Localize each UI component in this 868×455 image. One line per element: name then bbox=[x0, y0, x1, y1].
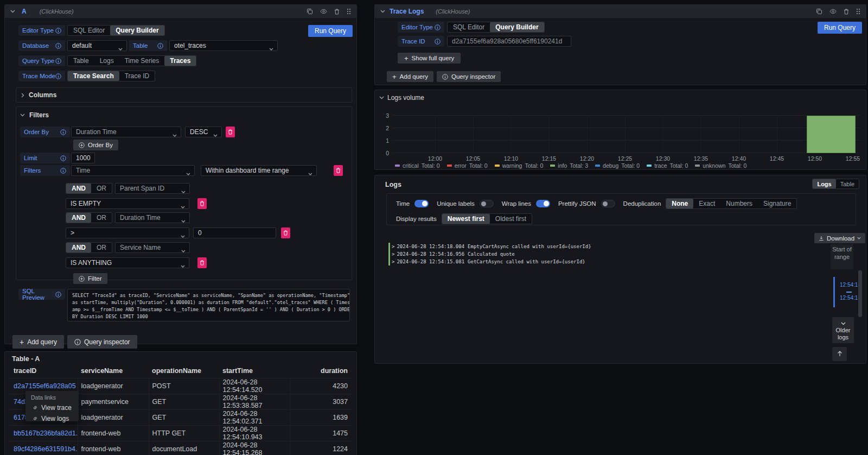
delete-filter-button[interactable] bbox=[334, 165, 343, 176]
log-row[interactable]: >2024-06-28 12:54:18.004EmptyCartAsync c… bbox=[388, 243, 591, 250]
info-icon[interactable] bbox=[60, 129, 66, 135]
delete-condition-button[interactable] bbox=[281, 228, 290, 238]
delete-order-by-button[interactable] bbox=[226, 127, 235, 137]
delete-condition-button[interactable] bbox=[197, 198, 207, 209]
eye-icon[interactable] bbox=[320, 9, 327, 14]
show-full-query-button[interactable]: +Show full query bbox=[398, 53, 461, 64]
table-panel-title[interactable]: Table - A bbox=[5, 352, 356, 363]
limit-input[interactable]: 1000 bbox=[71, 153, 95, 163]
add-order-by-button[interactable]: Order By bbox=[73, 140, 118, 150]
query-inspector-button[interactable]: Query inspector bbox=[67, 335, 137, 349]
add-query-button[interactable]: +Add query bbox=[387, 71, 433, 82]
sql-editor-option[interactable]: SQL Editor bbox=[68, 26, 110, 35]
trace-link[interactable]: d2a7155ef6a928a05 bbox=[14, 382, 76, 390]
query-type-toggle[interactable]: Table Logs Time Series Traces bbox=[67, 55, 196, 66]
info-icon[interactable] bbox=[55, 28, 61, 34]
trash-icon[interactable] bbox=[334, 9, 340, 15]
query-builder-option[interactable]: Query Builder bbox=[110, 26, 164, 35]
deduplication-toggle[interactable]: None Exact Numbers Signature bbox=[666, 198, 797, 209]
legend-label[interactable]: critical bbox=[403, 162, 419, 169]
run-query-button[interactable]: Run Query bbox=[818, 22, 862, 34]
drag-handle-icon[interactable] bbox=[347, 8, 351, 15]
query-type-table[interactable]: Table bbox=[68, 56, 94, 66]
unique-labels-toggle[interactable] bbox=[480, 200, 494, 207]
and-option[interactable]: AND bbox=[66, 213, 91, 223]
query-type-logs[interactable]: Logs bbox=[94, 56, 119, 66]
order-by-direction-select[interactable]: DESC bbox=[185, 127, 222, 137]
database-select[interactable]: default bbox=[67, 40, 127, 51]
query-inspector-button[interactable]: Query inspector bbox=[437, 71, 501, 82]
info-icon[interactable] bbox=[157, 43, 163, 49]
query-type-traces[interactable]: Traces bbox=[164, 56, 196, 66]
dedup-none[interactable]: None bbox=[666, 199, 693, 208]
condition-field-select[interactable]: Service Name bbox=[115, 242, 190, 253]
add-query-button[interactable]: +Add query bbox=[12, 335, 64, 349]
trace-mode-toggle[interactable]: Trace Search Trace ID bbox=[67, 71, 155, 81]
newest-first-option[interactable]: Newest first bbox=[442, 214, 490, 224]
time-toggle[interactable] bbox=[414, 200, 429, 207]
logs-view-option[interactable]: Logs bbox=[813, 179, 835, 188]
legend-label[interactable]: debug bbox=[603, 162, 618, 169]
filter-field-select[interactable]: Time bbox=[71, 165, 195, 176]
trash-icon[interactable] bbox=[844, 9, 849, 15]
editor-type-toggle[interactable]: SQL Editor Query Builder bbox=[447, 22, 545, 33]
dedup-exact[interactable]: Exact bbox=[693, 199, 720, 208]
copy-icon[interactable] bbox=[307, 8, 313, 15]
bool-toggle[interactable]: AND OR bbox=[66, 212, 112, 223]
and-option[interactable]: AND bbox=[66, 184, 91, 193]
scroll-top-button[interactable] bbox=[832, 347, 847, 361]
condition-operator-select[interactable]: IS EMPTY bbox=[66, 198, 189, 209]
expand-chevron[interactable]: > bbox=[392, 251, 394, 257]
run-query-button[interactable]: Run Query bbox=[308, 25, 353, 37]
expand-chevron[interactable]: > bbox=[392, 259, 394, 264]
trace-link[interactable]: bb5167b236bfa82d1... bbox=[14, 429, 78, 437]
legend-label[interactable]: info bbox=[558, 162, 567, 169]
condition-field-select[interactable]: Parent Span ID bbox=[115, 183, 190, 194]
legend-label[interactable]: error bbox=[455, 162, 467, 169]
trace-id-input[interactable]: d2a7155ef6a928a05680e5ff6190241d bbox=[447, 36, 571, 47]
add-filter-button[interactable]: Filter bbox=[73, 273, 107, 284]
scrollbar[interactable] bbox=[858, 270, 862, 317]
legend-label[interactable]: warning bbox=[502, 162, 522, 169]
info-icon[interactable] bbox=[55, 292, 61, 298]
or-option[interactable]: OR bbox=[91, 213, 112, 223]
older-logs-button[interactable]: Older logs bbox=[832, 317, 854, 343]
eye-icon[interactable] bbox=[829, 9, 837, 14]
order-by-field-select[interactable]: Duration Time bbox=[71, 127, 181, 137]
log-row[interactable]: >2024-06-28 12:54:16.956Calculated quote bbox=[388, 250, 591, 258]
log-row[interactable]: >2024-06-28 12:54:15.081GetCartAsync cal… bbox=[388, 258, 591, 266]
query-builder-option[interactable]: Query Builder bbox=[490, 22, 544, 32]
trace-id-option[interactable]: Trace ID bbox=[119, 71, 155, 81]
info-icon[interactable] bbox=[435, 24, 441, 30]
column-header-servicename[interactable]: serviceName bbox=[78, 364, 149, 378]
sql-editor-option[interactable]: SQL Editor bbox=[448, 22, 490, 32]
query-type-timeseries[interactable]: Time Series bbox=[119, 56, 165, 66]
trace-search-option[interactable]: Trace Search bbox=[68, 71, 119, 81]
prettify-json-toggle[interactable] bbox=[601, 200, 615, 207]
download-button[interactable]: Download bbox=[814, 233, 865, 243]
expand-chevron[interactable]: > bbox=[392, 244, 394, 249]
logs-table-toggle[interactable]: Logs Table bbox=[812, 179, 859, 189]
query-row-header[interactable]: Trace Logs (ClickHouse) bbox=[375, 5, 866, 18]
info-icon[interactable] bbox=[55, 73, 61, 79]
legend-label[interactable]: trace bbox=[654, 162, 667, 169]
filters-section-header[interactable]: Filters bbox=[20, 110, 348, 120]
bool-toggle[interactable]: AND OR bbox=[66, 183, 112, 194]
or-option[interactable]: OR bbox=[91, 243, 112, 252]
menu-item-view-trace[interactable]: View trace bbox=[25, 402, 79, 413]
info-icon[interactable] bbox=[60, 168, 66, 174]
copy-icon[interactable] bbox=[816, 8, 822, 15]
condition-value-input[interactable]: 0 bbox=[193, 228, 276, 238]
log-range-bar[interactable] bbox=[833, 277, 835, 307]
oldest-first-option[interactable]: Oldest first bbox=[490, 214, 532, 224]
drag-handle-icon[interactable] bbox=[856, 8, 860, 15]
delete-condition-button[interactable] bbox=[197, 257, 207, 268]
table-view-option[interactable]: Table bbox=[836, 179, 859, 188]
column-header-starttime[interactable]: startTime bbox=[219, 364, 290, 378]
column-header-duration[interactable]: duration bbox=[290, 364, 352, 378]
dedup-signature[interactable]: Signature bbox=[758, 199, 796, 208]
table-select[interactable]: otel_traces bbox=[169, 40, 278, 51]
info-icon[interactable] bbox=[55, 58, 61, 64]
bar-info[interactable] bbox=[807, 116, 856, 153]
filter-value-select[interactable]: Within dashboard time range bbox=[201, 165, 317, 176]
